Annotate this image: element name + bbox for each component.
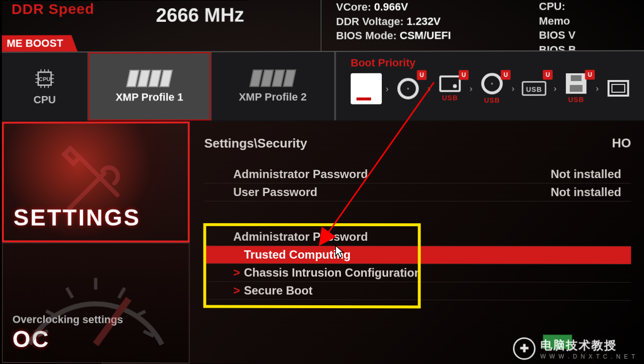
section-admin-password: Administrator Password bbox=[204, 228, 631, 247]
menu-trusted-computing[interactable]: > Trusted Computing bbox=[204, 246, 631, 265]
boot-priority-title: Boot Priority bbox=[351, 56, 636, 69]
game-boost-badge: ME BOOST bbox=[2, 35, 78, 51]
header-info-bar: DDR Speed 2666 MHz ME BOOST VCore: 0.966… bbox=[2, 0, 644, 52]
bios-mode-value: CSM/UEFI bbox=[400, 30, 451, 42]
menu-chassis-intrusion-label: Chassis Intrusion Configuration bbox=[244, 266, 421, 280]
uefi-badge-icon: U bbox=[501, 70, 510, 80]
hotkey-hint: HO bbox=[612, 135, 631, 150]
menu-chassis-intrusion[interactable]: > Chassis Intrusion Configuration bbox=[204, 264, 631, 283]
hdd-icon bbox=[439, 75, 460, 92]
svg-text:CPU: CPU bbox=[39, 76, 51, 82]
memory-label: Memo bbox=[539, 14, 641, 28]
chevron-right-icon: › bbox=[595, 83, 600, 93]
cpu-chip-icon: CPU bbox=[34, 67, 56, 90]
boot-device-6-floppy[interactable]: USBU bbox=[560, 73, 592, 104]
disc-icon bbox=[481, 73, 503, 94]
chevron-right-icon: › bbox=[510, 83, 515, 94]
sidebar-item-oc[interactable]: Overclocking settings OC bbox=[2, 242, 190, 364]
profile-xmp2-label: XMP Profile 2 bbox=[239, 91, 307, 103]
boot-device-2-disc[interactable]: U bbox=[392, 73, 424, 104]
menu-admin-password[interactable]: Administrator Password Not installed bbox=[204, 165, 631, 183]
bios-mode-label: BIOS Mode: bbox=[336, 30, 397, 42]
ddr-speed-value: 2666 MHz bbox=[156, 4, 244, 26]
bios-version-label: BIOS V bbox=[539, 28, 641, 43]
floppy-icon bbox=[566, 73, 586, 94]
cpu-label: CPU: bbox=[539, 0, 641, 14]
ddr-voltage-label: DDR Voltage: bbox=[336, 15, 404, 27]
watermark-url: W W W . D N X T C . N E T bbox=[540, 353, 636, 360]
profile-cpu[interactable]: CPU CPU bbox=[2, 52, 88, 121]
svg-line-16 bbox=[46, 311, 56, 316]
boot-device-1[interactable] bbox=[351, 73, 382, 104]
boot-device-3-usb[interactable]: USBU bbox=[434, 73, 465, 104]
network-icon bbox=[608, 80, 629, 97]
vcore-value: 0.966V bbox=[374, 0, 408, 13]
uefi-badge-icon: U bbox=[585, 70, 594, 80]
tools-icon bbox=[9, 128, 183, 235]
profile-xmp1-label: XMP Profile 1 bbox=[116, 91, 183, 103]
uefi-badge-icon: U bbox=[543, 70, 553, 80]
chevron-right-icon: › bbox=[553, 83, 558, 94]
menu-user-password-value: Not installed bbox=[551, 185, 631, 199]
menu-admin-password-label: Administrator Password bbox=[233, 167, 368, 181]
gauge-icon bbox=[13, 253, 179, 353]
chevron-right-icon: > bbox=[233, 284, 240, 298]
chevron-right-icon: > bbox=[233, 248, 240, 262]
menu-secure-boot-label: Secure Boot bbox=[244, 284, 312, 298]
boot-device-5-usb[interactable]: USBU bbox=[518, 73, 549, 104]
chevron-right-icon: › bbox=[385, 83, 390, 94]
boot-device-4-usb[interactable]: USBU bbox=[476, 73, 508, 104]
boot-device-7-network[interactable] bbox=[603, 73, 634, 104]
sidebar-item-settings[interactable]: SETTINGS bbox=[2, 121, 190, 242]
uefi-badge-icon: U bbox=[459, 70, 469, 80]
chevron-right-icon: › bbox=[469, 83, 474, 94]
breadcrumb: Settings\Security bbox=[204, 136, 307, 151]
ram-icon bbox=[251, 69, 294, 87]
watermark: ✚ 电脑技术教授 W W W . D N X T C . N E T bbox=[513, 337, 636, 360]
sidebar: SETTINGS Overclocking settings OC bbox=[2, 121, 190, 364]
ddr-voltage-value: 1.232V bbox=[407, 15, 441, 27]
vcore-label: VCore: bbox=[336, 1, 371, 13]
watermark-logo-icon: ✚ bbox=[513, 337, 535, 360]
menu-admin-password-value: Not installed bbox=[551, 167, 631, 181]
svg-line-17 bbox=[67, 288, 72, 298]
profile-xmp1[interactable]: XMP Profile 1 bbox=[88, 52, 211, 121]
main-panel: Settings\Security HO Administrator Passw… bbox=[190, 121, 644, 364]
svg-line-19 bbox=[119, 288, 125, 298]
menu-secure-boot[interactable]: > Secure Boot bbox=[204, 282, 631, 301]
menu-trusted-computing-label: Trusted Computing bbox=[244, 248, 351, 262]
profile-xmp2[interactable]: XMP Profile 2 bbox=[211, 52, 335, 120]
svg-rect-14 bbox=[64, 148, 80, 164]
chevron-right-icon: > bbox=[233, 266, 240, 280]
chevron-right-icon: › bbox=[426, 83, 431, 94]
svg-line-20 bbox=[136, 311, 145, 316]
ram-icon bbox=[128, 69, 170, 87]
boot-priority-panel: Boot Priority › U › USBU › USBU › USBU ›… bbox=[335, 51, 644, 120]
menu-user-password[interactable]: User Password Not installed bbox=[204, 183, 631, 201]
watermark-text: 电脑技术教授 bbox=[540, 337, 636, 353]
menu-user-password-label: User Password bbox=[233, 185, 317, 199]
uefi-badge-icon: U bbox=[417, 70, 426, 80]
profiles-row: CPU CPU XMP Profile 1 XMP Profile 2 Boot… bbox=[2, 50, 644, 121]
disc-icon bbox=[397, 78, 419, 99]
profile-cpu-label: CPU bbox=[34, 93, 56, 106]
